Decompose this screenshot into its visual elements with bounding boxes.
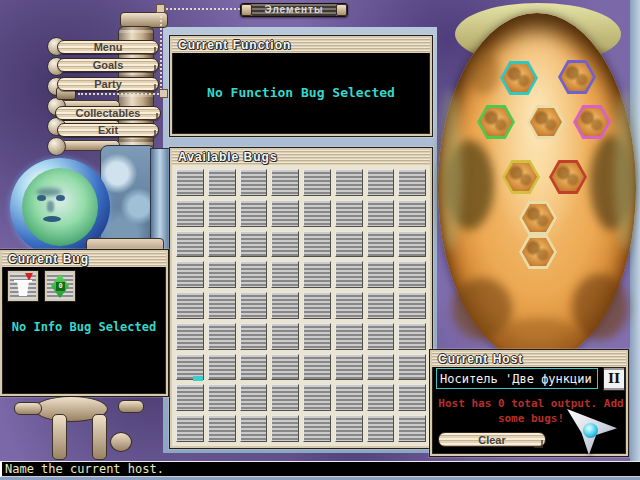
bug-grid-cell[interactable]	[240, 200, 268, 227]
bug-grid-cell[interactable]	[271, 415, 299, 442]
keyboard-toggle-button[interactable]: II	[603, 367, 625, 391]
bug-grid-cell[interactable]	[240, 231, 268, 258]
bug-grid-cell[interactable]	[208, 231, 236, 258]
nav-button-party[interactable]: Party	[57, 77, 159, 91]
bug-grid-cell[interactable]	[271, 169, 299, 196]
bug-grid-cell[interactable]	[240, 292, 268, 319]
bug-grid-cell[interactable]	[271, 231, 299, 258]
elements-button[interactable]: Элементы	[240, 3, 348, 17]
bug-grid-cell[interactable]	[303, 261, 331, 288]
nav-button-exit[interactable]: Exit	[57, 123, 159, 137]
bug-grid-cell[interactable]	[176, 169, 204, 196]
bug-grid-cell[interactable]	[208, 261, 236, 288]
discard-bug-button[interactable]	[8, 271, 38, 301]
bug-grid-cell[interactable]	[367, 384, 395, 411]
bug-grid-cell[interactable]	[176, 384, 204, 411]
bug-grid-cell[interactable]	[303, 292, 331, 319]
host-texture-patch	[468, 52, 500, 94]
bug-grid-cell[interactable]	[335, 231, 363, 258]
available-bugs-grid	[172, 165, 430, 446]
bug-grid-cell[interactable]	[398, 415, 426, 442]
bug-grid-cell[interactable]	[208, 323, 236, 350]
bug-grid-cell[interactable]	[240, 354, 268, 381]
machine-pelvis-arm	[14, 402, 42, 415]
bug-grid-cell[interactable]	[208, 200, 236, 227]
nav-button-goals[interactable]: Goals	[57, 58, 159, 72]
bug-grid-cell[interactable]	[208, 354, 236, 381]
bug-grid-cell[interactable]	[271, 200, 299, 227]
current-function-panel: Current Function No Function Bug Selecte…	[170, 36, 432, 136]
host-name-input[interactable]	[436, 368, 598, 389]
bug-grid-cell[interactable]	[367, 200, 395, 227]
host-texture-patch	[614, 90, 636, 250]
bug-grid-cell[interactable]	[176, 200, 204, 227]
bug-grid-cell[interactable]	[367, 323, 395, 350]
bug-grid-cell[interactable]	[398, 323, 426, 350]
bug-grid-cell[interactable]	[398, 354, 426, 381]
bug-grid-cell[interactable]	[398, 200, 426, 227]
bug-grid-cell[interactable]	[335, 292, 363, 319]
nav-button-menu-label: Menu	[94, 41, 123, 53]
advisor-face-eye	[37, 195, 46, 201]
bug-grid-cell[interactable]	[367, 261, 395, 288]
bug-grid-cell[interactable]	[398, 292, 426, 319]
bug-grid-cell[interactable]	[398, 231, 426, 258]
machine-leg	[52, 414, 67, 460]
bug-grid-cell[interactable]	[335, 384, 363, 411]
bug-grid-cell[interactable]	[240, 323, 268, 350]
connector-node	[156, 4, 165, 13]
bug-grid-cell[interactable]	[240, 415, 268, 442]
bug-grid-cell[interactable]	[176, 415, 204, 442]
bug-grid-cell[interactable]	[367, 231, 395, 258]
bug-grid-cell[interactable]	[398, 169, 426, 196]
bug-grid-cell[interactable]	[303, 415, 331, 442]
bug-grid-cell[interactable]	[367, 354, 395, 381]
bug-grid-cell[interactable]	[271, 323, 299, 350]
bug-grid-cell[interactable]	[335, 261, 363, 288]
bug-grid-cell[interactable]	[335, 415, 363, 442]
bug-grid-cell[interactable]	[335, 169, 363, 196]
bug-grid-cell[interactable]	[271, 354, 299, 381]
bug-grid-cell[interactable]	[303, 384, 331, 411]
host-texture-patch	[572, 274, 628, 340]
bug-grid-cell[interactable]	[208, 169, 236, 196]
bug-grid-cell[interactable]	[303, 200, 331, 227]
bug-grid-cell[interactable]	[271, 261, 299, 288]
bug-grid-cell[interactable]	[176, 261, 204, 288]
bug-grid-cell[interactable]	[303, 354, 331, 381]
bug-grid-cell[interactable]	[367, 169, 395, 196]
bug-grid-cell[interactable]	[335, 354, 363, 381]
bug-grid-cell[interactable]	[303, 169, 331, 196]
nav-button-menu[interactable]: Menu	[57, 40, 159, 54]
bug-grid-cell[interactable]	[176, 323, 204, 350]
bug-grid-cell[interactable]	[335, 323, 363, 350]
bug-grid-cell[interactable]	[208, 292, 236, 319]
bug-grid-cell[interactable]	[398, 261, 426, 288]
bug-grid-cell[interactable]	[367, 292, 395, 319]
connector-line	[78, 93, 162, 95]
bug-grid-cell[interactable]	[240, 384, 268, 411]
cursor-gem	[583, 423, 598, 438]
bug-grid-cell[interactable]	[335, 200, 363, 227]
bug-grid-cell[interactable]	[176, 231, 204, 258]
bug-grid-cell[interactable]	[240, 261, 268, 288]
current-function-title: Current Function	[172, 38, 430, 53]
clear-host-button[interactable]: Clear	[438, 432, 546, 447]
bug-grid-cell[interactable]	[271, 384, 299, 411]
nav-button-collectables[interactable]: Collectables	[55, 106, 161, 120]
bug-counter-button[interactable]: 0	[45, 271, 75, 301]
bug-grid-cell[interactable]	[271, 292, 299, 319]
bug-grid-cell[interactable]	[367, 415, 395, 442]
bug-grid-cell[interactable]	[303, 323, 331, 350]
host-texture-patch	[440, 90, 462, 250]
bug-grid-cell[interactable]	[398, 384, 426, 411]
bug-grid-cell[interactable]	[176, 292, 204, 319]
nav-button-party-label: Party	[94, 78, 122, 90]
machine-pelvis-arm	[118, 400, 144, 413]
bug-grid-cell[interactable]	[240, 169, 268, 196]
current-function-message: No Function Bug Selected	[172, 85, 430, 100]
bug-grid-cell[interactable]	[303, 231, 331, 258]
host-texture-patch	[498, 318, 580, 354]
bug-grid-cell[interactable]	[208, 384, 236, 411]
bug-grid-cell[interactable]	[208, 415, 236, 442]
